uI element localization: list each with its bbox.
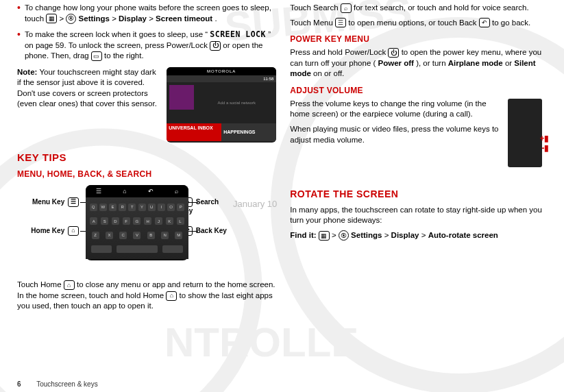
phone-brand: MOTOROLA: [167, 67, 276, 75]
key-f: F: [123, 217, 130, 225]
home-icon: ⌂: [68, 226, 79, 236]
body-text: >: [421, 231, 428, 239]
phone-screenshot: MOTOROLA 11:58 Add a social network UNIV…: [167, 67, 276, 143]
label-text: Back Key: [196, 227, 227, 234]
back-icon: ↶: [479, 18, 490, 27]
drag-icon: ▭: [91, 51, 102, 61]
search-icon: ⌕: [341, 3, 352, 13]
heading-key-tips: KEY TIPS: [17, 151, 276, 164]
volume-figure: +▮ -▮: [508, 99, 549, 181]
home-icon: ⌂: [166, 291, 177, 301]
heading-rotate-screen: ROTATE THE SCREEN: [290, 188, 549, 201]
body-text: to go back.: [492, 19, 530, 27]
alt-key: [91, 245, 112, 253]
find-it-label: Find it:: [290, 231, 316, 239]
right-column: Touch Search ⌕ for text search, or touch…: [290, 3, 549, 316]
auto-rotate-label: Auto-rotate screen: [428, 231, 498, 239]
phone-time: 11:58: [263, 77, 273, 81]
heading-adjust-volume: ADJUST VOLUME: [290, 85, 549, 96]
apps-icon: ▦: [319, 231, 330, 241]
body-text: for text search, or touch and hold for v…: [354, 3, 529, 12]
key-c: C: [119, 232, 127, 239]
airplane-mode-label: Airplane mode: [448, 59, 503, 67]
key-n: N: [161, 232, 169, 239]
bullet-dot: •: [17, 3, 21, 24]
body-text: .: [214, 14, 217, 23]
menu-icon: ☰: [68, 197, 79, 207]
nav-bar: ☰ ⌂ ↶ ⌕: [86, 185, 188, 197]
body-text: >: [149, 14, 156, 23]
body-text: ), or turn: [416, 59, 448, 67]
home-key-label: Home Key ⌂: [17, 226, 80, 236]
body-text: To make the screen lock when it goes to …: [25, 30, 208, 38]
search-description: Touch Search ⌕ for text search, or touch…: [290, 3, 549, 14]
label-text: Home Key: [31, 227, 64, 234]
label-text: Menu Key: [32, 198, 64, 206]
key-z: Z: [92, 232, 99, 239]
keyboard-diagram: Menu Key ☰ Home Key ⌂ ⌕ Search Key ↶ Bac…: [17, 185, 223, 274]
left-column: • To change how long your phone waits be…: [17, 3, 276, 316]
power-description: Press and hold Power/Lock ⏻ to open the …: [290, 47, 549, 79]
enter-key: [162, 245, 183, 253]
body-text: or: [505, 59, 514, 67]
home-description: Touch Home ⌂ to close any menu or app an…: [17, 280, 276, 312]
back-icon: ↶: [148, 187, 154, 195]
menu-icon: ☰: [96, 187, 101, 195]
key-q: Q: [90, 204, 97, 211]
menu-key-label: Menu Key ☰: [17, 197, 80, 207]
rotate-description: In many apps, the touchscreen can rotate…: [290, 205, 549, 226]
key-k: K: [166, 217, 173, 225]
key-y: Y: [138, 204, 146, 211]
body-text: >: [384, 231, 391, 239]
screen-lock-label: SCREEN LOCK: [210, 29, 266, 39]
key-g: G: [133, 217, 140, 225]
phone-keyboard: ☰ ⌂ ↶ ⌕ QWERTYUIOP ASDFGHJKL ZXCVBNM: [86, 185, 188, 260]
key-t: T: [128, 204, 136, 211]
menu-back-description: Touch Menu ☰ to open menu options, or to…: [290, 18, 549, 29]
display-label: Display: [391, 231, 419, 239]
key-w: W: [99, 204, 107, 211]
key-l: L: [177, 217, 184, 225]
home-icon: ⌂: [123, 187, 126, 195]
body-text: to open menu options, or touch Back: [348, 19, 479, 27]
body-text: on or off.: [313, 69, 344, 77]
find-it-path: Find it: ▦ > ⦿ Settings > Display > Auto…: [290, 230, 549, 241]
settings-icon: ⦿: [339, 230, 349, 241]
key-b: B: [147, 232, 155, 239]
phone-side-view: +▮ -▮: [508, 99, 542, 167]
body-text: to the right.: [104, 51, 144, 60]
phone-tab-happenings: HAPPENINGS: [221, 123, 276, 141]
key-x: X: [106, 232, 113, 239]
key-r: R: [119, 204, 126, 211]
key-m: M: [175, 232, 182, 239]
key-i: I: [158, 204, 165, 211]
volume-down-icon: -▮: [541, 143, 549, 154]
bullet-item: • To change how long your phone waits be…: [17, 3, 276, 24]
note-label: Note:: [17, 68, 37, 76]
body-text: Touch Search: [290, 3, 341, 12]
phone-tile-icon: [169, 85, 194, 110]
bullet-item: • To make the screen lock when it goes t…: [17, 29, 276, 62]
page-footer: 6 Touchscreen & keys: [17, 380, 98, 388]
phone-hint: Add a social network: [197, 82, 276, 123]
body-text: >: [59, 14, 66, 23]
menu-icon: ☰: [335, 18, 346, 27]
body-text: Touch Menu: [290, 19, 335, 27]
key-o: O: [167, 204, 175, 211]
note-block: Note: Your touchscreen might stay dark i…: [17, 67, 276, 143]
page-number: 6: [17, 380, 21, 388]
section-title: Touchscreen & keys: [36, 380, 98, 388]
power-lock-icon: ⏻: [210, 41, 221, 51]
screen-timeout-label: Screen timeout: [156, 14, 212, 23]
apps-icon: ▦: [46, 14, 57, 23]
key-h: H: [144, 217, 151, 225]
key-d: D: [112, 217, 119, 225]
space-key: [117, 245, 158, 253]
key-p: P: [177, 204, 184, 211]
heading-power-menu: POWER KEY MENU: [290, 34, 549, 45]
phone-tab-inbox: UNIVERSAL INBOX: [167, 123, 221, 141]
body-text: >: [332, 231, 339, 239]
power-off-label: Power off: [378, 59, 414, 67]
home-icon: ⌂: [64, 280, 75, 290]
heading-menu-home: MENU, HOME, BACK, & SEARCH: [17, 169, 276, 180]
